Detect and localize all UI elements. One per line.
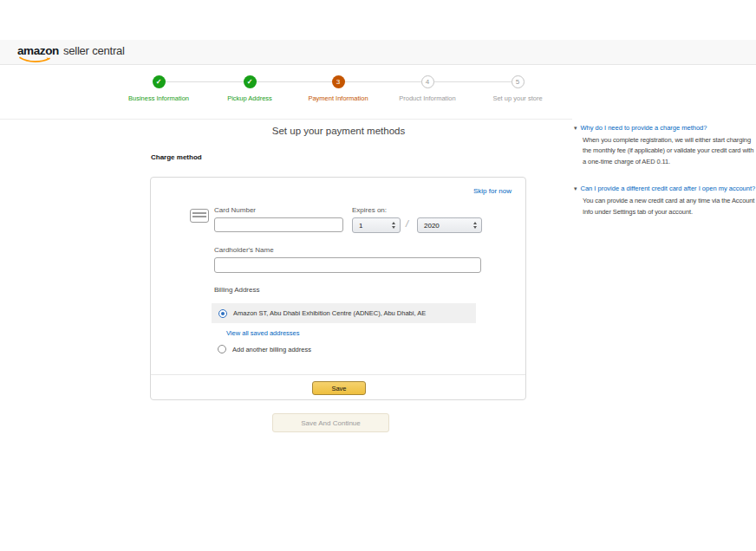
view-all-addresses-link[interactable]: View all saved addresses (226, 329, 300, 337)
seller-central-text: seller central (63, 44, 125, 57)
step-pickup-address: ✓ Pickup Address (202, 75, 297, 102)
radio-unselected-icon[interactable] (218, 345, 226, 353)
progress-stepper: ✓ Business Information ✓ Pickup Address … (115, 75, 573, 110)
charge-method-panel: Skip for now Card Number Expires on: 1 /… (150, 177, 526, 400)
faq-question-link[interactable]: ▾ Can I provide a different credit card … (574, 185, 756, 192)
step-number: 5 (512, 75, 525, 88)
faq-question-text: Can I provide a different credit card af… (581, 185, 756, 192)
radio-selected-icon[interactable] (218, 309, 227, 318)
add-billing-address-option[interactable]: Add another billing address (218, 345, 311, 353)
billing-address-label: Billing Address (214, 286, 259, 294)
expiry-month-value: 1 (359, 222, 362, 230)
step-label: Pickup Address (202, 94, 297, 102)
expiry-year-value: 2020 (424, 222, 440, 230)
card-number-label: Card Number (214, 206, 256, 214)
select-arrows-icon (473, 222, 477, 229)
card-number-input[interactable] (214, 217, 343, 232)
amazon-logo-text: amazon (17, 44, 59, 57)
select-arrows-icon (392, 222, 395, 229)
step-set-up-your-store: 5 Set up your store (470, 75, 565, 102)
amazon-smile-icon (18, 56, 53, 63)
step-number: 3 (332, 75, 345, 88)
add-billing-address-text: Add another billing address (232, 346, 311, 353)
faq-question-text: Why do I need to provide a charge method… (581, 124, 707, 132)
header-bar: amazon seller central (0, 40, 756, 65)
credit-card-icon (190, 209, 209, 223)
cardholder-name-label: Cardholder's Name (214, 246, 274, 254)
step-label: Payment Information (290, 94, 386, 102)
check-icon: ✓ (244, 75, 257, 88)
save-button[interactable]: Save (312, 381, 366, 395)
expires-on-label: Expires on: (352, 206, 387, 214)
faq-question-link[interactable]: ▾ Why do I need to provide a charge meth… (574, 124, 756, 132)
skip-for-now-link[interactable]: Skip for now (473, 187, 512, 195)
faq-sidebar: ▾ Why do I need to provide a charge meth… (574, 124, 756, 217)
charge-method-label: Charge method (151, 153, 202, 161)
expiry-month-select[interactable]: 1 (352, 217, 401, 233)
cardholder-name-input[interactable] (214, 257, 481, 273)
faq-answer-text: You can provide a new credit card at any… (583, 196, 756, 217)
step-label: Business Information (111, 94, 206, 102)
step-label: Set up your store (470, 94, 565, 102)
expiry-year-select[interactable]: 2020 (417, 217, 482, 233)
faq-item: ▾ Can I provide a different credit card … (574, 185, 756, 217)
page: amazon seller central ✓ Business Informa… (0, 0, 756, 551)
page-title: Set up your payment methods (150, 126, 527, 136)
stepper-section-divider (0, 119, 572, 120)
triangle-down-icon: ▾ (574, 185, 577, 192)
step-payment-information: 3 Payment Information (290, 75, 386, 102)
triangle-down-icon: ▾ (574, 125, 577, 132)
faq-answer-text: When you complete registration, we will … (583, 135, 756, 167)
step-business-information: ✓ Business Information (111, 75, 206, 102)
panel-divider (151, 374, 525, 375)
expiry-separator: / (406, 218, 408, 229)
check-icon: ✓ (153, 75, 166, 88)
saved-address-text: Amazon ST, Abu Dhabi Exhibition Centre (… (233, 309, 426, 317)
step-product-information: 4 Product Information (380, 75, 475, 102)
step-label: Product Information (380, 94, 475, 102)
faq-item: ▾ Why do I need to provide a charge meth… (574, 124, 756, 167)
amazon-seller-central-logo[interactable]: amazon seller central (17, 44, 125, 62)
saved-address-option[interactable]: Amazon ST, Abu Dhabi Exhibition Centre (… (212, 303, 476, 323)
step-number: 4 (421, 75, 434, 88)
save-and-continue-button[interactable]: Save And Continue (272, 413, 389, 432)
